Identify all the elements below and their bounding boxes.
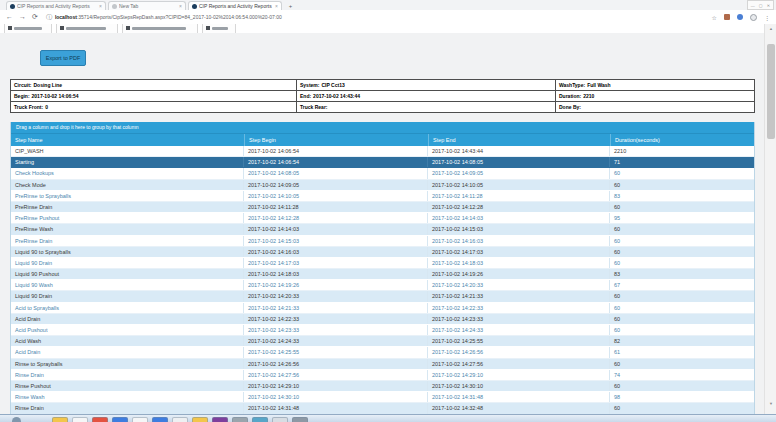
table-cell: Liquid 90 Pushout — [11, 269, 244, 279]
table-cell: Rinse Pushout — [11, 381, 244, 391]
table-row[interactable]: Rinse Pushout2017-10-02 14:29:102017-10-… — [11, 381, 754, 392]
scroll-up-icon[interactable]: ▲ — [765, 24, 776, 33]
table-cell: 98 — [610, 392, 754, 402]
table-cell: PreRinse Drain — [11, 236, 244, 246]
nav-tab[interactable] — [4, 24, 52, 33]
browser-tab[interactable]: New Tab× — [108, 1, 186, 10]
column-header[interactable]: Duration(seconds) — [610, 134, 754, 146]
taskbar-app-icon[interactable] — [112, 417, 128, 422]
table-cell: 2017-10-02 14:22:33 — [428, 303, 610, 313]
table-cell: 2017-10-02 14:21:33 — [244, 303, 428, 313]
table-cell: 2017-10-02 14:23:33 — [428, 314, 610, 324]
taskbar-app-icon[interactable] — [272, 417, 288, 422]
table-cell: 2017-10-02 14:30:10 — [428, 381, 610, 391]
group-by-drop-zone[interactable]: Drag a column and drop it here to group … — [11, 122, 754, 134]
table-cell: 2017-10-02 14:24:33 — [244, 336, 428, 346]
table-row[interactable]: Acid to Sprayballs2017-10-02 14:21:33201… — [11, 303, 754, 314]
nav-tab[interactable] — [202, 24, 236, 33]
taskbar-app-icon[interactable] — [72, 417, 88, 422]
table-row[interactable]: Liquid 90 Pushout2017-10-02 14:18:032017… — [11, 269, 754, 280]
page-info-icon[interactable]: ⓘ — [46, 13, 52, 22]
summary-cell: Truck Front:0 — [11, 102, 296, 112]
taskbar-app-icon[interactable] — [92, 417, 108, 422]
column-header[interactable]: Step Begin — [244, 134, 428, 146]
close-icon[interactable]: ✕ — [767, 3, 770, 8]
table-row-selected[interactable]: Starting2017-10-02 14:06:542017-10-02 14… — [11, 157, 754, 168]
nav-tab[interactable] — [122, 24, 198, 33]
browser-tab[interactable]: CIP Reports and Activity Reports× — [188, 1, 282, 10]
taskbar-app-icon[interactable] — [132, 417, 148, 422]
taskbar-app-icon[interactable] — [232, 417, 248, 422]
tab-close-icon[interactable]: × — [179, 3, 182, 9]
summary-label: Duration: — [559, 93, 581, 99]
forward-icon[interactable]: → — [19, 10, 26, 24]
table-row[interactable]: Rinse Wash2017-10-02 14:30:102017-10-02 … — [11, 392, 754, 403]
table-cell: 60 — [610, 291, 754, 301]
table-row[interactable]: Check Mode2017-10-02 14:09:052017-10-02 … — [11, 180, 754, 191]
new-tab-button[interactable]: + — [286, 2, 295, 10]
table-row[interactable]: Liquid 90 Drain2017-10-02 14:20:332017-1… — [11, 291, 754, 302]
column-header[interactable]: Step Name — [11, 134, 244, 146]
table-row[interactable]: Acid Pushout2017-10-02 14:23:332017-10-0… — [11, 325, 754, 336]
nav-tab[interactable] — [56, 24, 118, 33]
back-icon[interactable]: ← — [6, 10, 13, 24]
url-host: localhost — [55, 14, 77, 20]
page-content: Export to PDF Circuit:Dosing LineSystem:… — [0, 33, 776, 415]
table-row[interactable]: Rinse to Sprayballs2017-10-02 14:26:5620… — [11, 359, 754, 370]
table-row[interactable]: Rinse Drain2017-10-02 14:31:482017-10-02… — [11, 403, 754, 414]
nav-tab-icon — [126, 26, 130, 30]
table-row[interactable]: Liquid 90 Drain2017-10-02 14:17:032017-1… — [11, 258, 754, 269]
profile-avatar[interactable] — [750, 14, 757, 21]
table-cell: Acid Wash — [11, 336, 244, 346]
start-button[interactable] — [12, 417, 21, 422]
bookmark-star-icon[interactable]: ☆ — [712, 14, 717, 21]
table-row[interactable]: Acid Drain2017-10-02 14:25:552017-10-02 … — [11, 347, 754, 358]
scrollbar-thumb[interactable] — [767, 44, 775, 139]
taskbar-app-icon[interactable] — [292, 417, 308, 422]
address-bar[interactable]: ⓘ localhost:35714/Reports/CipStepsRepDas… — [46, 13, 282, 22]
extension-icon[interactable] — [724, 14, 730, 20]
taskbar-app-icon[interactable] — [152, 417, 168, 422]
tab-close-icon[interactable]: × — [275, 3, 278, 9]
table-row[interactable]: Acid Wash2017-10-02 14:24:332017-10-02 1… — [11, 336, 754, 347]
table-row[interactable]: Acid Drain2017-10-02 14:22:332017-10-02 … — [11, 314, 754, 325]
summary-label: Truck Front: — [14, 104, 43, 110]
taskbar-app-icon[interactable] — [52, 417, 68, 422]
table-row[interactable]: Liquid 90 Wash2017-10-02 14:19:262017-10… — [11, 280, 754, 291]
tab-close-icon[interactable]: × — [99, 3, 102, 9]
column-header[interactable]: Step End — [428, 134, 610, 146]
toolbar-right-icons: ☆ ⋮ — [712, 10, 770, 24]
taskbar-partial — [0, 414, 776, 422]
export-to-pdf-button[interactable]: Export to PDF — [40, 50, 86, 66]
scroll-down-icon[interactable]: ▼ — [765, 399, 776, 408]
taskbar-app-icon[interactable] — [192, 417, 208, 422]
vertical-scrollbar[interactable]: ▲ ▼ — [764, 24, 776, 415]
summary-value: 2210 — [583, 93, 594, 99]
table-row[interactable]: PreRinse Wash2017-10-02 14:14:032017-10-… — [11, 224, 754, 235]
taskbar-app-icon[interactable] — [212, 417, 228, 422]
extension-icon[interactable] — [737, 14, 743, 20]
table-cell: Rinse to Sprayballs — [11, 359, 244, 369]
browser-menu-icon[interactable]: ⋮ — [764, 14, 770, 21]
table-row[interactable]: PreRinse to Sprayballs2017-10-02 14:10:0… — [11, 191, 754, 202]
table-row[interactable]: PreRinse Pushout2017-10-02 14:12:282017-… — [11, 213, 754, 224]
table-cell: Acid Drain — [11, 347, 244, 357]
table-cell: 82 — [610, 336, 754, 346]
table-cell: 2017-10-02 14:16:03 — [428, 236, 610, 246]
table-cell: 2017-10-02 14:10:05 — [428, 180, 610, 190]
refresh-icon[interactable]: ⟳ — [32, 10, 38, 24]
taskbar-app-icon[interactable] — [172, 417, 188, 422]
minimize-icon[interactable]: — — [751, 3, 755, 8]
table-row[interactable]: Check Hookups2017-10-02 14:08:052017-10-… — [11, 168, 754, 179]
table-row[interactable]: CIP_WASH2017-10-02 14:06:542017-10-02 14… — [11, 146, 754, 157]
taskbar-app-icon[interactable] — [252, 417, 268, 422]
browser-window: CIP Reports and Activity Reports×New Tab… — [0, 0, 776, 422]
table-row[interactable]: Rinse Drain2017-10-02 14:27:562017-10-02… — [11, 370, 754, 381]
table-row[interactable]: PreRinse Drain2017-10-02 14:11:282017-10… — [11, 202, 754, 213]
maximize-icon[interactable]: ▢ — [759, 3, 763, 8]
steps-grid: Drag a column and drop it here to group … — [10, 122, 755, 415]
table-row[interactable]: Liquid 90 to Sprayballs2017-10-02 14:16:… — [11, 247, 754, 258]
table-row[interactable]: PreRinse Drain2017-10-02 14:15:032017-10… — [11, 236, 754, 247]
browser-tab[interactable]: CIP Reports and Activity Reports× — [6, 1, 106, 10]
table-cell: Acid to Sprayballs — [11, 303, 244, 313]
